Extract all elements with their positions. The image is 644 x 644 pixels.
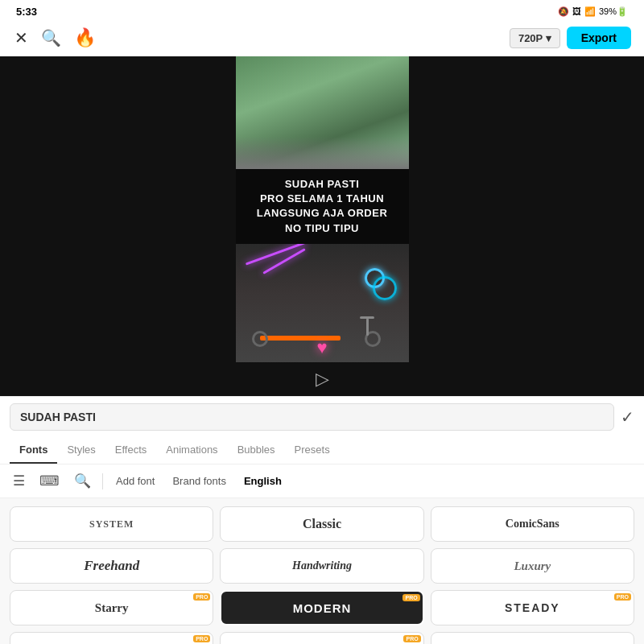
font-label-starry: Starry [95, 601, 129, 615]
nav-left: ✕ 🔍 🔥 [13, 26, 97, 50]
video-container: SUDAH PASTI PRO SELAMA 1 TAHUN LANGSUNG … [0, 56, 644, 362]
close-button[interactable]: ✕ [13, 27, 30, 49]
scooter-handlebar-top [360, 316, 374, 319]
tab-effects[interactable]: Effects [105, 437, 157, 464]
font-item-handwriting[interactable]: Handwriting [220, 548, 423, 584]
font-item-system[interactable]: SYSTEM [10, 506, 213, 542]
video-text-overlay: SUDAH PASTI PRO SELAMA 1 TAHUN LANGSUNG … [236, 169, 409, 244]
font-item-comicsans[interactable]: ComicSans [431, 506, 634, 542]
overlay-line3: LANGSUNG AJA ORDER [257, 206, 388, 221]
font-label-steady: STEADY [505, 601, 560, 614]
trend-pro-badge: PRO [193, 635, 210, 642]
overlay-line2: PRO SELAMA 1 TAHUN [257, 192, 388, 206]
scooter-silhouette [252, 308, 381, 341]
tabs-row: Fonts Styles Effects Animations Bubbles … [0, 437, 644, 464]
font-grid: SYSTEM Classic ComicSans Freehand Handwr… [0, 498, 644, 644]
play-btn-area: ▷ [0, 362, 644, 396]
tab-presets[interactable]: Presets [285, 437, 340, 464]
status-icons: 🔕 🖼 📶 39%🔋 [558, 6, 628, 17]
font-search-icon[interactable]: 🔍 [71, 471, 94, 491]
font-tools-row: ☰ ⌨ 🔍 Add font Brand fonts English [0, 464, 644, 498]
font-item-luxury[interactable]: Luxury [431, 548, 634, 584]
add-font-button[interactable]: Add font [111, 473, 159, 489]
tab-bubbles[interactable]: Bubbles [228, 437, 285, 464]
neon-oval [373, 276, 397, 300]
language-button[interactable]: English [239, 473, 287, 489]
confirm-button[interactable]: ✓ [621, 407, 634, 427]
font-label-system: SYSTEM [89, 518, 134, 530]
steady-pro-badge: PRO [614, 593, 631, 601]
flame-button[interactable]: 🔥 [72, 26, 97, 50]
scooter-wheel-back [252, 331, 268, 347]
brand-fonts-button[interactable]: Brand fonts [167, 473, 231, 489]
overlay-line4: NO TIPU TIPU [257, 221, 388, 236]
overlay-line1: SUDAH PASTI [257, 177, 388, 192]
font-label-freehand: Freehand [84, 558, 139, 574]
font-item-freehand[interactable]: Freehand [10, 548, 213, 584]
play-button[interactable]: ▷ [316, 369, 329, 390]
status-time: 5:33 [16, 6, 37, 18]
top-nav: ✕ 🔍 🔥 720P ▾ Export [0, 23, 644, 56]
video-top-scene [236, 56, 409, 169]
scooter-deck [260, 336, 341, 341]
overlay-text: SUDAH PASTI PRO SELAMA 1 TAHUN LANGSUNG … [257, 177, 388, 236]
video-bottom-scene: ♥ [236, 244, 409, 362]
signal-icon: 📶 [584, 6, 596, 17]
font-preview-icon[interactable]: ⌨ [36, 471, 63, 491]
tool-separator [102, 473, 103, 489]
phone-frame: 5:33 🔕 🖼 📶 39%🔋 ✕ 🔍 🔥 720P ▾ Export [0, 0, 644, 644]
font-item-steady[interactable]: STEADY PRO [431, 590, 634, 625]
font-label-luxury: Luxury [514, 559, 551, 573]
font-item-modern[interactable]: MODERN PRO [220, 590, 423, 625]
text-input-bar: ✓ [0, 396, 644, 437]
starry-pro-badge: PRO [193, 593, 210, 601]
neon-heart: ♥ [316, 337, 327, 358]
text-input-field[interactable] [10, 403, 614, 431]
font-item-cinstone[interactable]: Cinstone [431, 632, 634, 644]
tab-fonts[interactable]: Fonts [10, 437, 57, 464]
harmony-pro-badge: PRO [403, 635, 420, 642]
neon-line-decoration [262, 248, 305, 275]
tab-animations[interactable]: Animations [156, 437, 227, 464]
search-button[interactable]: 🔍 [39, 27, 63, 49]
photo-icon: 🖼 [572, 6, 581, 16]
nav-right: 720P ▾ Export [510, 27, 631, 49]
font-list-icon[interactable]: ☰ [10, 471, 28, 491]
status-bar: 5:33 🔕 🖼 📶 39%🔋 [0, 0, 644, 23]
quality-button[interactable]: 720P ▾ [510, 28, 560, 48]
font-label-handwriting: Handwriting [292, 559, 352, 572]
modern-pro-badge: PRO [402, 594, 419, 601]
font-item-trend[interactable]: TREND PRO [10, 632, 213, 644]
video-preview: SUDAH PASTI PRO SELAMA 1 TAHUN LANGSUNG … [236, 56, 409, 362]
font-label-modern: MODERN [293, 601, 352, 615]
font-item-starry[interactable]: Starry PRO [10, 590, 213, 625]
battery-icon: 39%🔋 [599, 6, 628, 17]
scooter-handlebar [366, 318, 369, 336]
tab-styles[interactable]: Styles [57, 437, 105, 464]
road-hint [236, 137, 409, 169]
export-button[interactable]: Export [567, 27, 631, 49]
font-label-classic: Classic [303, 517, 341, 531]
notification-icon: 🔕 [558, 6, 569, 17]
font-item-harmony[interactable]: HarmonyOSCn-It PRO [220, 632, 423, 644]
font-label-comicsans: ComicSans [506, 518, 559, 530]
font-item-classic[interactable]: Classic [220, 506, 423, 542]
